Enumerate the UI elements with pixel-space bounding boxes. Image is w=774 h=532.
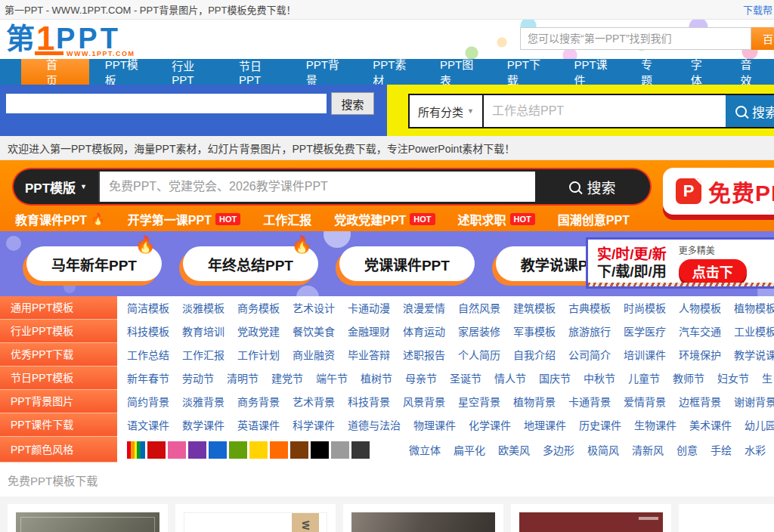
category-link[interactable]: 工作汇报 [182, 349, 224, 361]
hot-link[interactable]: 开学第一课PPT HOT [128, 210, 240, 228]
category-link[interactable]: 国庆节 [539, 373, 571, 385]
template-thumbnail-maroon[interactable]: M [519, 512, 663, 532]
banner-search-input[interactable] [98, 172, 535, 202]
nav-item[interactable]: 音效 [724, 59, 774, 85]
template-thumbnail-blank[interactable] [687, 512, 774, 532]
category-link[interactable]: 淡雅背景 [182, 396, 224, 408]
color-swatch[interactable] [188, 441, 206, 459]
banner-category-dropdown[interactable]: PPT模版 ▼ [14, 178, 98, 196]
category-link[interactable]: 边框背景 [679, 396, 721, 408]
category-link[interactable]: 植物模板 [734, 302, 774, 314]
category-link[interactable]: 个人简历 [458, 349, 500, 361]
sidebar-item-festival[interactable]: 节日PPT模板 [0, 367, 117, 390]
color-swatch[interactable] [229, 441, 247, 459]
color-swatch[interactable] [249, 441, 268, 459]
category-link[interactable]: 自我介绍 [513, 349, 556, 361]
category-link[interactable]: 教师节 [673, 373, 704, 385]
sidebar-item-excellent[interactable]: 优秀PPT下载 [0, 343, 117, 367]
category-link[interactable]: 餐饮美食 [293, 326, 335, 338]
category-link[interactable]: 工业模板 [734, 326, 774, 338]
category-link[interactable]: 商务模板 [237, 302, 280, 314]
color-swatch[interactable] [311, 441, 329, 459]
category-link[interactable]: 道德与法治 [348, 419, 401, 431]
category-link[interactable]: 幼儿园课件 [745, 419, 774, 431]
color-swatch[interactable] [209, 441, 227, 459]
category-link[interactable]: 卡通动漫 [348, 302, 390, 314]
site-search-input[interactable] [520, 27, 751, 50]
style-link[interactable]: 扁平化 [454, 442, 485, 457]
color-swatch[interactable] [351, 441, 370, 459]
category-link[interactable]: 端午节 [316, 373, 348, 385]
style-link[interactable]: 微立体 [409, 442, 441, 457]
blue-search-input[interactable] [6, 94, 327, 113]
template-thumbnail-wedding[interactable]: YOUR LOGO WEDDING [184, 512, 327, 532]
category-link[interactable]: 历史课件 [579, 419, 621, 431]
category-link[interactable]: 植物背景 [513, 396, 556, 408]
category-link[interactable]: 淡雅模板 [182, 302, 224, 314]
sidebar-item-color-style[interactable]: PPT颜色风格 [0, 437, 117, 462]
style-link[interactable]: 清新风 [632, 442, 664, 457]
nav-item[interactable]: 行业PPT [156, 59, 223, 85]
category-link[interactable]: 地理课件 [524, 419, 566, 431]
nav-item[interactable]: PPT课件 [558, 59, 625, 85]
category-link[interactable]: 星空背景 [458, 396, 500, 408]
sidebar-item-general[interactable]: 通用PPT模板 [0, 296, 117, 320]
style-link[interactable]: 欧美风 [498, 442, 530, 457]
category-link[interactable]: 古典模板 [568, 302, 611, 314]
category-link[interactable]: 建筑模板 [513, 302, 556, 314]
category-link[interactable]: 美术课件 [689, 419, 732, 431]
category-link[interactable]: 述职报告 [403, 349, 445, 361]
category-link[interactable]: 简约背景 [127, 396, 169, 408]
category-link[interactable]: 艺术背景 [293, 396, 335, 408]
category-link[interactable]: 环境保护 [679, 349, 721, 361]
category-link[interactable]: 清明节 [227, 373, 259, 385]
color-swatch[interactable] [168, 441, 186, 459]
style-link[interactable]: 水彩 [745, 442, 766, 457]
color-swatch[interactable] [270, 441, 288, 459]
category-link[interactable]: 人物模板 [679, 302, 721, 314]
nav-item[interactable]: PPT下载 [491, 59, 559, 85]
category-link[interactable]: 教学说课 [734, 349, 774, 361]
category-link[interactable]: 谢谢背景 [734, 396, 774, 408]
category-link[interactable]: 毕业答辩 [348, 349, 390, 361]
template-card[interactable]: M [511, 504, 671, 532]
hot-link[interactable]: 述职求职 HOT [458, 210, 535, 228]
template-thumbnail-couple[interactable] [351, 512, 495, 532]
nav-item[interactable]: PPT素材 [357, 59, 424, 85]
template-card[interactable]: YOUR LOGO WEDDING [175, 504, 336, 532]
category-link[interactable]: 妇女节 [717, 373, 749, 385]
category-link[interactable]: 家居装修 [458, 326, 500, 338]
keyword-search-button[interactable]: 搜索免 [726, 95, 774, 127]
category-link[interactable]: 儿童节 [628, 373, 660, 385]
category-link[interactable]: 卡通背景 [568, 396, 611, 408]
category-link[interactable]: 情人节 [494, 373, 526, 385]
category-link[interactable]: 生日祝福 [762, 373, 774, 385]
hot-link[interactable]: 工作汇报 [263, 210, 311, 228]
category-link[interactable]: 新年春节 [127, 373, 169, 385]
nav-item[interactable]: 专题 [625, 59, 675, 85]
category-link[interactable]: 公司简介 [568, 349, 611, 361]
category-link[interactable]: 数学课件 [182, 419, 224, 431]
category-link[interactable]: 培训课件 [624, 349, 666, 361]
promo-pill[interactable]: 党课课件PPT [339, 246, 475, 281]
category-link[interactable]: 自然风景 [458, 302, 500, 314]
style-link[interactable]: 手绘 [711, 442, 732, 457]
category-link[interactable]: 科技背景 [348, 396, 390, 408]
category-link[interactable]: 风景背景 [403, 396, 445, 408]
nav-item[interactable]: 字体 [675, 59, 725, 85]
nav-item[interactable]: PPT图表 [424, 59, 491, 85]
category-link[interactable]: 语文课件 [127, 419, 169, 431]
free-ppt-button[interactable]: P 免费PPT [663, 168, 774, 215]
click-download-button[interactable]: 点击下 [679, 259, 747, 283]
category-link[interactable]: 爱情背景 [624, 396, 666, 408]
category-link[interactable]: 建党节 [271, 373, 303, 385]
nav-item[interactable]: PPT模板 [89, 59, 156, 85]
category-link[interactable]: 汽车交通 [679, 326, 721, 338]
blue-search-button[interactable]: 搜索 [331, 92, 374, 115]
template-card[interactable] [679, 504, 774, 532]
nav-item[interactable]: 节日PPT [223, 59, 290, 85]
color-swatch[interactable] [372, 441, 390, 459]
category-link[interactable]: 科学课件 [293, 419, 335, 431]
category-link[interactable]: 中秋节 [584, 373, 615, 385]
banner-search-button[interactable]: 搜索 [535, 177, 650, 197]
